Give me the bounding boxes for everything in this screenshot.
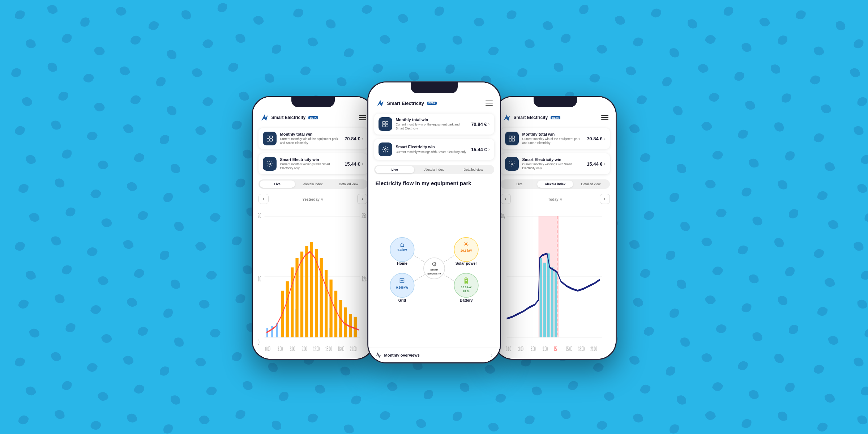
svg-rect-38 [300, 252, 303, 337]
win-info-smart-left: Smart Electricity win Current monthly wi… [280, 157, 341, 170]
win-chevron-smart-left: › [362, 161, 363, 166]
svg-rect-4 [270, 139, 272, 141]
nav-next-left[interactable]: › [357, 194, 367, 204]
chart-nav-right: ‹ Today ∨ › [495, 192, 616, 206]
svg-text:0:00: 0:00 [265, 345, 270, 353]
svg-text:Grid: Grid [398, 298, 406, 302]
svg-text:Electricity: Electricity [427, 272, 441, 275]
svg-marker-58 [377, 100, 383, 106]
beta-badge-center: BETA [427, 102, 437, 105]
nav-prev-right[interactable]: ‹ [501, 194, 511, 204]
tab-detailed-right[interactable]: Detailed view [573, 180, 609, 188]
screen-left: Smart Electricity BETA [253, 97, 373, 359]
tabs-right: Live Alexela index Detailed view [501, 179, 610, 189]
svg-text:20: 20 [258, 212, 261, 220]
svg-rect-42 [320, 258, 322, 337]
svg-rect-15 [271, 326, 273, 337]
nav-next-right[interactable]: › [600, 194, 610, 204]
svg-point-80 [454, 273, 478, 298]
svg-rect-44 [329, 280, 332, 337]
tab-live-center[interactable]: Live [375, 166, 415, 173]
win-title-monthly-left: Monthly total win [280, 132, 341, 137]
tab-detailed-left[interactable]: Detailed view [331, 180, 367, 188]
nav-prev-left[interactable]: ‹ [258, 194, 269, 204]
svg-text:18:00: 18:00 [338, 345, 344, 353]
svg-text:12c: 12c [362, 275, 366, 283]
svg-text:0:00: 0:00 [506, 345, 511, 353]
svg-rect-60 [385, 122, 388, 124]
win-desc-monthly-right: Current monthly win of the equipment par… [522, 137, 583, 145]
svg-rect-101 [543, 263, 546, 337]
win-card-smart-center[interactable]: Smart Electricity win Current monthly wi… [374, 139, 494, 160]
svg-text:⚙: ⚙ [432, 261, 437, 267]
svg-text:15: 15 [553, 345, 556, 353]
win-info-monthly-left: Monthly total win Current monthly win of… [280, 132, 341, 145]
svg-rect-49 [354, 317, 356, 337]
svg-text:25c: 25c [362, 212, 366, 220]
flow-title: Electricity flow in my equipment park [368, 177, 500, 189]
svg-rect-35 [286, 281, 288, 337]
logo-text-right: Smart Electricity [514, 115, 548, 120]
screen-right: Smart Electricity BETA [495, 97, 616, 359]
win-amount-smart-left: 15.44 € [345, 161, 360, 167]
svg-text:9:00: 9:00 [542, 345, 547, 353]
monthly-chevron: › [491, 352, 493, 358]
notch-right [534, 97, 577, 107]
tab-alexela-right[interactable]: Alexela index [537, 180, 573, 188]
tab-alexela-center[interactable]: Alexela index [414, 166, 454, 173]
logo-icon-left [260, 113, 269, 122]
win-desc-monthly-center: Current monthly win of the equipment par… [396, 123, 468, 131]
phone-center: Smart Electricity BETA [367, 81, 501, 363]
svg-text:15:00: 15:00 [565, 345, 572, 353]
win-icon-monthly-right [505, 132, 519, 145]
svg-text:9:00: 9:00 [302, 345, 307, 353]
win-title-monthly-center: Monthly total win [396, 118, 468, 122]
beta-badge-right: BETA [551, 116, 560, 119]
win-icon-smart-center [379, 142, 392, 156]
logo-text-left: Smart Electricity [271, 115, 306, 120]
svg-text:10: 10 [258, 275, 261, 283]
svg-text:6:00: 6:00 [530, 345, 535, 353]
svg-rect-1 [267, 136, 269, 139]
svg-text:Home: Home [397, 261, 407, 265]
logo-icon-center [376, 98, 385, 108]
win-amount-smart-right: 15.44 € [587, 161, 602, 167]
hamburger-left[interactable] [359, 115, 366, 120]
tab-detailed-center[interactable]: Detailed view [454, 166, 493, 173]
svg-text:21:00: 21:00 [590, 345, 597, 353]
svg-text:0: 0 [258, 338, 260, 346]
win-card-monthly-center[interactable]: Monthly total win Current monthly win of… [374, 114, 494, 135]
svg-text:3:00: 3:00 [518, 345, 523, 353]
win-card-monthly-right[interactable]: Monthly total win Current monthly win of… [501, 128, 610, 149]
win-amount-smart-center: 15.44 € [471, 147, 487, 152]
hamburger-right[interactable] [601, 115, 608, 120]
monthly-row[interactable]: Monthly overviews › [368, 348, 500, 362]
hamburger-center[interactable] [486, 101, 493, 106]
chart-title-right: Today ∨ [548, 196, 562, 202]
beta-badge-left: BETA [308, 116, 318, 119]
svg-text:18:00: 18:00 [578, 345, 585, 353]
svg-rect-103 [551, 267, 553, 337]
svg-rect-43 [325, 270, 328, 337]
win-card-smart-right[interactable]: Smart Electricity win Current monthly wi… [501, 153, 610, 174]
phone-left: Smart Electricity BETA [252, 96, 375, 360]
win-chevron-monthly-center: › [488, 122, 490, 127]
win-card-smart-left[interactable]: Smart Electricity win Current monthly wi… [258, 153, 368, 174]
phones-container: Smart Electricity BETA [0, 0, 868, 434]
logo-icon-right [502, 113, 512, 122]
svg-text:3:00: 3:00 [277, 345, 282, 353]
svg-rect-3 [267, 139, 269, 141]
win-info-smart-center: Smart Electricity win Current monthly wi… [396, 145, 468, 154]
svg-text:20.6 kW: 20.6 kW [461, 249, 472, 252]
svg-rect-33 [266, 314, 268, 328]
tab-alexela-left[interactable]: Alexela index [295, 180, 331, 188]
svg-rect-40 [310, 242, 313, 337]
svg-rect-93 [512, 139, 514, 141]
tab-live-right[interactable]: Live [502, 180, 538, 188]
tab-live-left[interactable]: Live [260, 180, 295, 188]
svg-marker-0 [261, 114, 268, 120]
monthly-label: Monthly overviews [376, 352, 420, 358]
chart-title-left: Yesterday ∨ [303, 196, 324, 202]
svg-rect-92 [509, 139, 512, 141]
win-card-monthly-left[interactable]: Monthly total win Current monthly win of… [258, 128, 368, 149]
